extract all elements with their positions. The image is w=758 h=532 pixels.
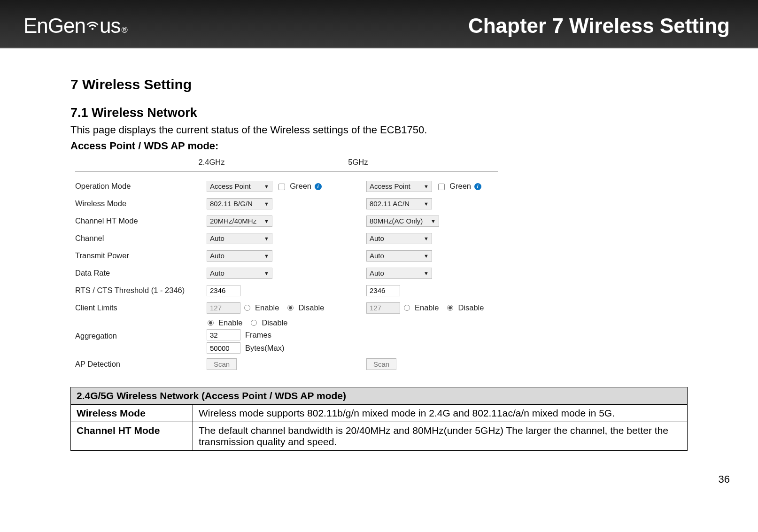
wireless-form: 2.4GHz 5GHz Operation Mode Access Point▼… <box>75 155 688 373</box>
chevron-down-icon: ▼ <box>424 253 429 259</box>
chevron-down-icon: ▼ <box>431 218 436 224</box>
chevron-down-icon: ▼ <box>424 236 429 241</box>
channel-ht-24-select[interactable]: 20MHz/40MHz▼ <box>207 216 272 227</box>
operation-mode-24-select[interactable]: Access Point▼ <box>207 181 272 192</box>
table-value: Wireless mode supports 802.11b/g/n mixed… <box>193 405 688 422</box>
wifi-icon <box>85 17 101 33</box>
chevron-down-icon: ▼ <box>424 201 429 207</box>
row-aggregation: Aggregation Enable Disable Frames Bytes(… <box>75 316 688 355</box>
enable-label: Enable <box>255 303 279 312</box>
row-operation-mode: Operation Mode Access Point▼ Green i Acc… <box>75 177 688 195</box>
green-24-checkbox[interactable] <box>278 184 285 190</box>
aggregation-enable-radio[interactable] <box>208 320 214 326</box>
client-limits-5-input[interactable] <box>366 302 400 314</box>
label-operation-mode: Operation Mode <box>75 179 207 193</box>
client-limits-5-enable-radio[interactable] <box>404 305 410 311</box>
table-row: Channel HT Mode The default channel band… <box>71 422 688 451</box>
label-rts-cts: RTS / CTS Threshold (1 - 2346) <box>75 284 207 297</box>
label-ap-detection: AP Detection <box>75 357 207 371</box>
table-key: Channel HT Mode <box>71 422 193 451</box>
client-limits-5-disable-radio[interactable] <box>447 305 453 311</box>
brand-logo: EnGen us ® <box>23 14 127 38</box>
aggregation-bytes-label: Bytes(Max) <box>245 344 284 353</box>
table-row: Wireless Mode Wireless mode supports 802… <box>71 405 688 422</box>
row-channel: Channel Auto▼ Auto▼ <box>75 230 688 247</box>
chevron-down-icon: ▼ <box>264 236 269 241</box>
page-number: 36 <box>0 465 758 495</box>
registered-mark: ® <box>121 25 127 35</box>
subsection-heading: 7.1 Wireless Network <box>70 106 688 120</box>
label-client-limits: Client Limits <box>75 301 207 315</box>
label-data-rate: Data Rate <box>75 266 207 280</box>
table-key: Wireless Mode <box>71 405 193 422</box>
row-data-rate: Data Rate Auto▼ Auto▼ <box>75 264 688 282</box>
wireless-mode-5-select[interactable]: 802.11 AC/N▼ <box>366 198 432 209</box>
col-header-5ghz: 5GHz <box>348 158 498 167</box>
table-header-row: 2.4G/5G Wireless Network (Access Point /… <box>71 387 688 405</box>
form-column-headers: 2.4GHz 5GHz <box>75 155 498 172</box>
chevron-down-icon: ▼ <box>264 184 269 189</box>
client-limits-24-enable-radio[interactable] <box>244 305 250 311</box>
chevron-down-icon: ▼ <box>264 270 269 276</box>
data-rate-24-select[interactable]: Auto▼ <box>207 268 272 279</box>
table-value: The default channel bandwidth is 20/40MH… <box>193 422 688 451</box>
row-ap-detection: AP Detection Scan Scan <box>75 355 688 373</box>
brand-name-part-b: us <box>100 14 120 38</box>
description-table: 2.4G/5G Wireless Network (Access Point /… <box>70 387 688 451</box>
data-rate-5-select[interactable]: Auto▼ <box>366 268 432 279</box>
label-channel: Channel <box>75 231 207 245</box>
green-5-label: Green <box>449 182 471 190</box>
info-icon[interactable]: i <box>315 183 322 190</box>
disable-label: Disable <box>262 318 287 327</box>
rts-5-input[interactable] <box>366 285 400 296</box>
page-body: 7 Wireless Setting 7.1 Wireless Network … <box>0 48 758 465</box>
channel-ht-5-select[interactable]: 80MHz(AC Only)▼ <box>366 216 439 227</box>
client-limits-24-input[interactable] <box>207 302 240 314</box>
enable-label: Enable <box>415 303 439 312</box>
mode-heading: Access Point / WDS AP mode: <box>70 140 688 152</box>
intro-text: This page displays the current status of… <box>70 124 688 136</box>
chevron-down-icon: ▼ <box>264 218 269 224</box>
row-channel-ht: Channel HT Mode 20MHz/40MHz▼ 80MHz(AC On… <box>75 212 688 230</box>
section-heading: 7 Wireless Setting <box>70 77 688 93</box>
scan-24-button[interactable]: Scan <box>207 358 237 370</box>
chevron-down-icon: ▼ <box>264 253 269 259</box>
rts-24-input[interactable] <box>207 285 240 296</box>
aggregation-disable-radio[interactable] <box>251 320 257 326</box>
green-5-checkbox[interactable] <box>438 184 445 190</box>
aggregation-bytes-input[interactable] <box>207 342 240 354</box>
brand-name-part-a: EnGen <box>23 14 85 38</box>
aggregation-frames-input[interactable] <box>207 329 240 340</box>
chevron-down-icon: ▼ <box>264 201 269 207</box>
label-wireless-mode: Wireless Mode <box>75 197 207 210</box>
row-client-limits: Client Limits Enable Disable Enable Disa… <box>75 299 688 316</box>
transmit-power-5-select[interactable]: Auto▼ <box>366 250 432 262</box>
row-transmit-power: Transmit Power Auto▼ Auto▼ <box>75 247 688 264</box>
scan-5-button[interactable]: Scan <box>366 358 396 370</box>
row-wireless-mode: Wireless Mode 802.11 B/G/N▼ 802.11 AC/N▼ <box>75 195 688 212</box>
disable-label: Disable <box>458 303 484 312</box>
info-icon[interactable]: i <box>474 183 481 190</box>
col-header-24ghz: 2.4GHz <box>199 158 348 167</box>
green-24-label: Green <box>290 182 311 190</box>
disable-label: Disable <box>298 303 324 312</box>
chevron-down-icon: ▼ <box>424 184 429 189</box>
enable-label: Enable <box>218 318 242 327</box>
label-aggregation: Aggregation <box>75 329 207 343</box>
label-channel-ht: Channel HT Mode <box>75 214 207 228</box>
channel-5-select[interactable]: Auto▼ <box>366 233 432 244</box>
transmit-power-24-select[interactable]: Auto▼ <box>207 250 272 262</box>
chevron-down-icon: ▼ <box>424 270 429 276</box>
chapter-title: Chapter 7 Wireless Setting <box>468 14 739 38</box>
operation-mode-5-select[interactable]: Access Point▼ <box>366 181 432 192</box>
table-header: 2.4G/5G Wireless Network (Access Point /… <box>71 387 688 405</box>
client-limits-24-disable-radio[interactable] <box>287 305 294 311</box>
channel-24-select[interactable]: Auto▼ <box>207 233 272 244</box>
wireless-mode-24-select[interactable]: 802.11 B/G/N▼ <box>207 198 272 209</box>
svg-point-0 <box>92 28 94 30</box>
aggregation-frames-label: Frames <box>245 331 271 339</box>
header-banner: EnGen us ® Chapter 7 Wireless Setting <box>0 0 758 48</box>
row-rts-cts: RTS / CTS Threshold (1 - 2346) <box>75 282 688 299</box>
label-transmit-power: Transmit Power <box>75 249 207 262</box>
